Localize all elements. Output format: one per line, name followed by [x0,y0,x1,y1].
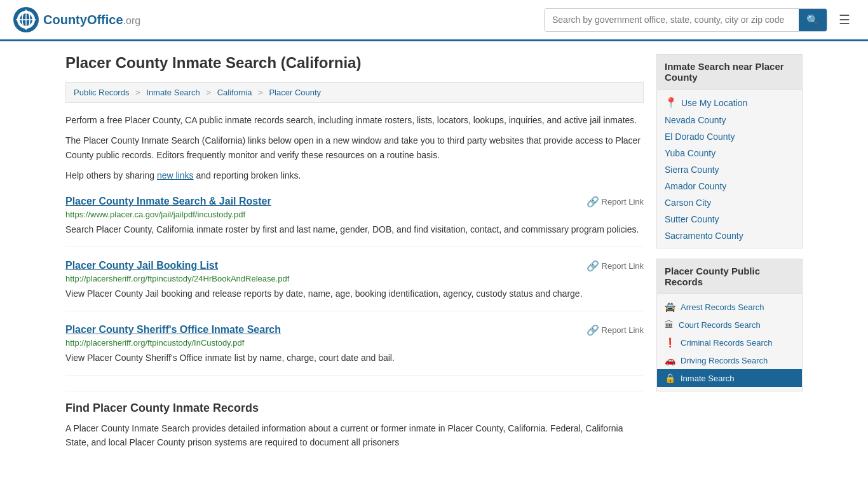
result-title-3[interactable]: Placer County Sheriff's Office Inmate Se… [65,324,281,336]
find-section: Find Placer County Inmate Records A Plac… [65,391,644,450]
criminal-records-link[interactable]: Criminal Records Search [681,338,773,348]
sidebar-item-sierra-county[interactable]: Sierra County [657,161,802,178]
sidebar-records-list: 🚔 Arrest Records Search 🏛 Court Records … [657,294,802,391]
sidebar-criminal-records[interactable]: ❗ Criminal Records Search [657,334,802,351]
sidebar-public-records-section: Placer County Public Records 🚔 Arrest Re… [656,259,803,391]
breadcrumb-sep-2: > [206,88,211,97]
sidebar-court-records[interactable]: 🏛 Court Records Search [657,316,802,334]
breadcrumb-public-records[interactable]: Public Records [74,88,129,97]
court-icon: 🏛 [665,320,674,330]
header-right: 🔍 ☰ [544,8,855,32]
search-icon: 🔍 [806,15,819,25]
main-content: Placer County Inmate Search (California)… [65,54,644,456]
report-link-3[interactable]: 🔗 Report Link [587,324,644,336]
result-item-2: Placer County Jail Booking List 🔗 Report… [65,260,644,311]
amador-county-link[interactable]: Amador County [665,181,726,191]
sidebar-item-sacramento-county[interactable]: Sacramento County [657,227,802,244]
result-header-2: Placer County Jail Booking List 🔗 Report… [65,260,644,274]
sidebar-inmate-search[interactable]: 🔒 Inmate Search [657,369,802,387]
search-input[interactable] [545,10,799,30]
driving-icon: 🚗 [665,355,675,365]
carson-city-link[interactable]: Carson City [665,198,711,208]
sidebar-nearby-list: 📍 Use My Location Nevada County El Dorad… [657,90,802,248]
sacramento-county-link[interactable]: Sacramento County [665,231,743,241]
find-title: Find Placer County Inmate Records [65,391,644,415]
broken-link-icon-2: 🔗 [587,260,599,272]
broken-link-icon-3: 🔗 [587,324,599,336]
description-3: Help others by sharing new links and rep… [65,168,644,182]
sierra-county-link[interactable]: Sierra County [665,165,719,175]
sidebar-nearby-section: Inmate Search near Placer County 📍 Use M… [656,54,803,248]
logo-text: CountyOffice.org [43,13,140,27]
breadcrumb: Public Records > Inmate Search > Califor… [65,82,644,103]
logo-area: CountyOffice.org [13,6,140,33]
header: CountyOffice.org 🔍 ☰ [0,0,868,41]
breadcrumb-sep-3: > [258,88,263,97]
yuba-county-link[interactable]: Yuba County [665,148,715,158]
sidebar-driving-records[interactable]: 🚗 Driving Records Search [657,351,802,369]
breadcrumb-sep-1: > [135,88,140,97]
sidebar-use-location[interactable]: 📍 Use My Location [657,93,802,112]
result-url-1: https://www.placer.ca.gov/jail/jailpdf/i… [65,210,644,219]
inmate-search-link[interactable]: Inmate Search [681,374,735,383]
result-item-1: Placer County Inmate Search & Jail Roste… [65,196,644,247]
sidebar-arrest-records[interactable]: 🚔 Arrest Records Search [657,298,802,316]
sidebar-item-nevada-county[interactable]: Nevada County [657,112,802,128]
logo-icon [13,6,39,33]
result-desc-2: View Placer County Jail booking and rele… [65,287,644,301]
result-header-3: Placer County Sheriff's Office Inmate Se… [65,324,644,338]
search-button[interactable]: 🔍 [799,9,827,31]
sidebar-nearby-header: Inmate Search near Placer County [657,55,802,90]
new-links[interactable]: new links [157,170,194,180]
breadcrumb-inmate-search[interactable]: Inmate Search [146,88,200,97]
result-title-1[interactable]: Placer County Inmate Search & Jail Roste… [65,196,271,207]
sutter-county-link[interactable]: Sutter County [665,214,719,224]
result-url-2: http://placersheriff.org/ftpincustody/24… [65,274,644,283]
nevada-county-link[interactable]: Nevada County [665,115,726,125]
search-bar: 🔍 [544,8,827,32]
report-link-1[interactable]: 🔗 Report Link [587,196,644,208]
criminal-icon: ❗ [665,337,675,348]
sidebar-item-carson-city[interactable]: Carson City [657,194,802,211]
description-2: The Placer County Inmate Search (Califor… [65,133,644,162]
location-pin-icon: 📍 [665,97,677,109]
breadcrumb-california[interactable]: California [217,88,252,97]
result-item-3: Placer County Sheriff's Office Inmate Se… [65,324,644,376]
sidebar-item-yuba-county[interactable]: Yuba County [657,145,802,161]
sidebar-public-records-header: Placer County Public Records [657,259,802,294]
result-desc-1: Search Placer County, California inmate … [65,223,644,236]
menu-button[interactable]: ☰ [834,10,855,30]
driving-records-link[interactable]: Driving Records Search [681,356,768,365]
el-dorado-county-link[interactable]: El Dorado County [665,132,735,142]
result-desc-3: View Placer County Sheriff's Office inma… [65,351,644,365]
sidebar-item-amador-county[interactable]: Amador County [657,178,802,194]
page-title: Placer County Inmate Search (California) [65,54,644,72]
result-url-3: http://placersheriff.org/ftpincustody/In… [65,338,644,348]
arrest-icon: 🚔 [665,302,675,312]
use-my-location-link[interactable]: Use My Location [681,98,747,108]
court-records-link[interactable]: Court Records Search [679,320,761,330]
find-text: A Placer County Inmate Search provides d… [65,421,644,450]
sidebar: Inmate Search near Placer County 📍 Use M… [656,54,803,456]
hamburger-icon: ☰ [839,13,850,27]
inmate-icon: 🔒 [665,373,675,383]
broken-link-icon-1: 🔗 [587,196,599,208]
sidebar-item-sutter-county[interactable]: Sutter County [657,211,802,227]
result-title-2[interactable]: Placer County Jail Booking List [65,260,218,271]
result-header-1: Placer County Inmate Search & Jail Roste… [65,196,644,210]
page-container: Placer County Inmate Search (California)… [53,41,815,468]
arrest-records-link[interactable]: Arrest Records Search [681,302,764,312]
sidebar-item-el-dorado-county[interactable]: El Dorado County [657,128,802,145]
breadcrumb-placer-county[interactable]: Placer County [269,88,321,97]
report-link-2[interactable]: 🔗 Report Link [587,260,644,272]
description-1: Perform a free Placer County, CA public … [65,113,644,127]
